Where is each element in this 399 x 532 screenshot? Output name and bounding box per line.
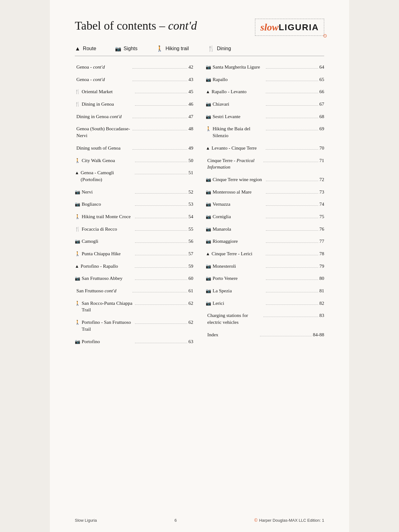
toc-page-number: 51 [189, 169, 194, 176]
sights-icon: 📷 [206, 77, 211, 83]
toc-label: Genoa - Camogli (Portofino) [81, 169, 133, 183]
toc-dots [135, 218, 187, 218]
toc-label: Focaccia di Recco [82, 226, 134, 232]
toc-entry: 📷Vernazza74 [206, 201, 324, 208]
logo: slow LIGURIA [255, 19, 324, 36]
toc-page-number: 78 [320, 250, 324, 257]
sights-icon: 📷 [206, 64, 211, 70]
logo-slow: slow [260, 22, 279, 33]
header: Tabel of contents – cont'd slow LIGURIA [75, 19, 324, 36]
toc-page-number: 57 [189, 250, 194, 257]
toc-dots [266, 68, 318, 69]
toc-entry: 📷Cinque Terre wine region72 [206, 176, 324, 183]
toc-page-number: 68 [320, 113, 324, 120]
toc-entry: 📷Porto Venere80 [206, 275, 324, 282]
sights-icon: 📷 [115, 46, 121, 52]
hiking-icon: 🚶 [75, 300, 80, 307]
legend-route: ▲ Route [75, 46, 96, 52]
sights-icon: 📷 [206, 263, 211, 270]
toc-page-number: 46 [189, 101, 194, 108]
toc-label: Hiking the Baia del Silenzio [213, 125, 265, 139]
toc-label: Charging stations for electric vehicles [207, 312, 262, 325]
toc-dots [132, 81, 187, 81]
toc-dots [266, 81, 318, 81]
toc-label: Camogli [82, 238, 134, 245]
toc-page-number: 70 [320, 145, 324, 151]
toc-dots [266, 280, 318, 280]
toc-dots [266, 292, 318, 292]
toc-entry: ▲Genoa - Camogli (Portofino)51 [75, 169, 193, 183]
toc-label: Santa Margherita Ligure [213, 64, 265, 70]
toc-page-number: 82 [320, 300, 324, 307]
toc-label: Manarola [213, 226, 265, 232]
toc-label: Nervi [82, 189, 134, 195]
toc-page-number: 50 [189, 157, 194, 164]
toc-dots [135, 105, 187, 106]
route-icon: ▲ [75, 263, 79, 270]
dining-icon: 🍴 [75, 101, 80, 108]
toc-label: San Fruttuoso Abbey [82, 275, 134, 282]
sights-icon: 📷 [206, 238, 211, 245]
toc-label: Dining in Genoa cont'd [76, 113, 131, 120]
toc-page-number: 67 [320, 101, 324, 108]
toc-dots [135, 205, 187, 206]
legend-hiking: 🚶 Hiking trail [156, 45, 189, 52]
toc-entry: 📷Riomaggiore77 [206, 238, 324, 245]
sights-icon: 📷 [75, 189, 80, 195]
sights-icon: 📷 [206, 276, 211, 282]
toc-label: Riomaggiore [213, 238, 265, 245]
toc-entry: San Fruttuoso cont'd61 [75, 287, 193, 294]
legend-sights: 📷 Sights [115, 46, 137, 52]
toc-page-number: 80 [320, 275, 324, 282]
toc-dots [260, 336, 311, 336]
hiking-icon: 🚶 [206, 126, 211, 132]
toc-page-number: 47 [189, 113, 194, 120]
toc-label: Lerici [213, 300, 265, 307]
toc-label: La Spezia [213, 287, 265, 294]
toc-page-number: 65 [320, 76, 324, 83]
toc-page-number: 83 [320, 312, 324, 319]
toc-dots [266, 105, 318, 106]
sights-icon: 📷 [206, 114, 211, 120]
toc-entry: Index84-88 [206, 331, 324, 338]
toc-label: Cinque Terre - Practical Information [207, 157, 262, 170]
toc-page-number: 48 [189, 125, 194, 132]
toc-dots [135, 267, 187, 268]
toc-dots [135, 193, 187, 194]
toc-page-number: 42 [189, 64, 194, 70]
route-icon: ▲ [75, 170, 79, 176]
toc-entry: 📷Portofino63 [75, 338, 193, 345]
toc-dots [266, 118, 318, 118]
toc-dots [135, 343, 187, 343]
page-title: Tabel of contents – cont'd [75, 19, 197, 32]
toc-entry: Charging stations for electric vehicles8… [206, 312, 324, 325]
toc-label: Rapallo - Levanto [212, 88, 264, 95]
toc-page-number: 72 [320, 176, 324, 183]
toc-dots [135, 174, 187, 174]
toc-columns: Genoa - cont'd42Genoa - cont'd43🍴Orienta… [75, 64, 324, 350]
toc-entry: ▲Portofino - Rapallo59 [75, 263, 193, 270]
toc-entry: 📷Manarola76 [206, 226, 324, 232]
route-icon: ▲ [206, 251, 210, 257]
toc-entry: 📷Monterosso al Mare73 [206, 189, 324, 195]
toc-entry: 🚶San Rocco-Punta Chiappa Trail62 [75, 300, 193, 313]
toc-entry: 📷Lerici82 [206, 300, 324, 307]
toc-label: Chiavari [213, 101, 265, 108]
toc-dots [132, 68, 187, 69]
toc-entry: 📷San Fruttuoso Abbey60 [75, 275, 193, 282]
toc-page-number: 43 [189, 76, 194, 83]
route-icon: ▲ [206, 89, 210, 95]
toc-dots [263, 317, 318, 317]
toc-dots [135, 242, 187, 243]
toc-page-number: 63 [189, 338, 194, 345]
toc-label: Hiking trail Monte Croce [82, 213, 134, 220]
toc-dots [266, 149, 318, 150]
sights-icon: 📷 [75, 238, 80, 245]
toc-page-number: 77 [320, 238, 324, 245]
sights-icon: 📷 [206, 189, 211, 195]
toc-label: San Rocco-Punta Chiappa Trail [82, 300, 134, 313]
toc-label: Corniglia [213, 213, 265, 220]
sights-icon: 📷 [206, 101, 211, 108]
hiking-icon: 🚶 [75, 251, 80, 257]
toc-entry: 📷Chiavari67 [206, 101, 324, 108]
